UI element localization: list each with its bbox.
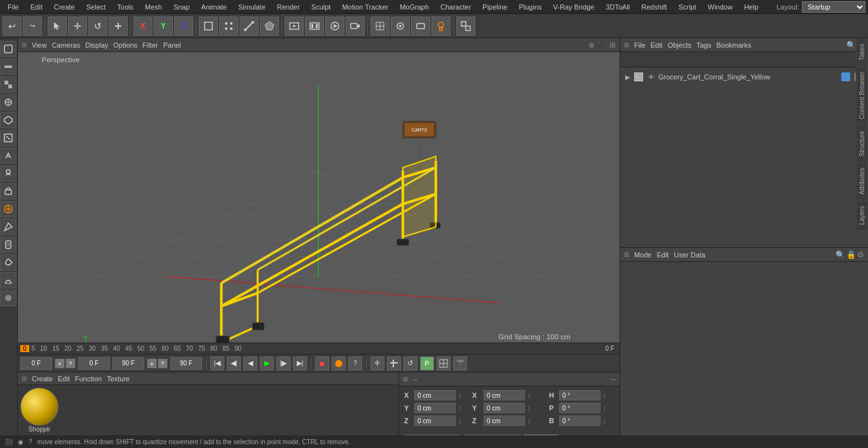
frame-end-down[interactable]: ▼ [158,358,168,369]
coord-z-pos-arrow[interactable]: ↕ [458,417,470,424]
obj-file[interactable]: File [634,41,646,49]
go-end-btn[interactable]: ▶| [293,356,307,370]
material-sphere[interactable] [20,388,58,426]
render-btn[interactable] [325,17,344,36]
light-btn[interactable] [431,17,451,36]
attr-search-icon[interactable]: 🔍 [836,250,845,259]
param-btn[interactable]: P [420,356,434,370]
left-tool-5[interactable] [0,112,17,128]
menu-plugins[interactable]: Plugins [513,2,546,12]
obj-search-icon[interactable]: 🔍 [846,41,856,50]
viewport-menu-options[interactable]: Options [113,41,137,49]
left-tool-11[interactable] [0,219,17,235]
left-tool-2[interactable] [0,58,17,75]
menu-mesh[interactable]: Mesh [140,2,167,12]
coord-z-size[interactable] [484,416,525,426]
left-tool-8[interactable] [0,165,17,182]
menu-render[interactable]: Render [272,2,305,12]
coord-y-size-arrow[interactable]: ↕ [527,405,539,412]
mat-edit[interactable]: Edit [58,375,70,383]
attr-settings-icon[interactable]: ⚙ [857,250,864,259]
timeline[interactable]: 0 5 10 15 20 25 30 35 40 45 50 55 60 65 … [18,343,620,354]
frame-step-down[interactable]: ▼ [65,358,76,369]
select-tool[interactable] [48,17,67,36]
redo-button[interactable]: ↪ [23,17,42,36]
move-tool[interactable]: ✛ [68,17,87,36]
menu-redshift[interactable]: Redshift [636,2,672,12]
layout-dropdown[interactable]: Startup [802,1,865,13]
coord-z-pos[interactable] [414,416,456,426]
render-view[interactable] [285,17,304,36]
left-tool-3[interactable] [0,76,17,93]
record-btn[interactable]: ⏺ [315,356,329,370]
menu-tools[interactable]: Tools [112,2,139,12]
menu-simulate[interactable]: Simulate [233,2,271,12]
left-tool-1[interactable] [0,41,17,57]
menu-motion-tracker[interactable]: Motion Tracker [337,2,393,12]
mat-texture[interactable]: Texture [107,375,130,383]
menu-vray[interactable]: V-Ray Bridge [548,2,600,12]
tab-attributes[interactable]: Attributes [856,162,868,200]
attr-edit[interactable]: Edit [656,251,668,259]
rotate-tool[interactable]: ↺ [88,17,107,36]
move-tool-2[interactable]: ✛ [370,356,384,370]
left-tool-14[interactable] [0,272,17,288]
attr-userdata[interactable]: User Data [674,251,705,259]
viewport-menu-display[interactable]: Display [85,41,108,49]
menu-snap[interactable]: Snap [168,2,195,12]
viewport-menu-view[interactable]: View [32,41,47,49]
obj-objects[interactable]: Objects [668,41,691,49]
coord-p-rot[interactable] [559,403,600,413]
menu-file[interactable]: File [3,2,24,12]
coord-x-size[interactable] [484,390,525,400]
left-tool-13[interactable] [0,254,17,271]
go-start-btn[interactable]: |◀ [210,356,224,370]
menu-create[interactable]: Create [49,2,80,12]
viewport-menu-cameras[interactable]: Cameras [52,41,81,49]
viewport-icon-3[interactable]: ⊞ [609,41,616,50]
viewport-icon-1[interactable]: ⊕ [588,41,595,50]
rotate-tool-2[interactable]: ↺ [403,356,417,370]
menu-edit[interactable]: Edit [25,2,48,12]
menu-select[interactable]: Select [81,2,111,12]
left-tool-15[interactable] [0,290,17,306]
scale-tool-2[interactable] [387,356,401,370]
frame-end-up[interactable]: ▲ [147,358,157,369]
camera2-btn[interactable] [411,17,430,36]
frame-step-up[interactable]: ▲ [55,358,65,369]
y-axis-btn[interactable]: Y [154,17,173,36]
attr-lock-icon[interactable]: 🔒 [846,250,856,259]
left-tool-9[interactable] [0,183,17,200]
object-mode[interactable] [199,17,218,36]
coord-y-size[interactable] [484,403,525,413]
left-tool-4[interactable] [0,94,17,111]
left-tool-10[interactable] [0,201,17,217]
menu-sculpt[interactable]: Sculpt [306,2,336,12]
z-axis-btn[interactable]: Z [174,17,193,36]
coord-y-pos-arrow[interactable]: ↕ [458,405,470,412]
left-tool-7[interactable] [0,147,17,164]
play-btn[interactable]: ▶ [260,356,274,370]
menu-pipeline[interactable]: Pipeline [477,2,512,12]
mat-function[interactable]: Function [75,375,102,383]
obj-edit[interactable]: Edit [651,41,663,49]
poly-mode[interactable] [260,17,279,36]
menu-3dtoall[interactable]: 3DToAll [600,2,635,12]
coord-x-pos[interactable] [414,390,456,400]
viewport-icon-2[interactable]: ⬛ [597,41,607,50]
edge-mode[interactable] [240,17,259,36]
coord-x-pos-arrow[interactable]: ↕ [458,392,470,399]
coord-y-pos[interactable] [414,403,456,413]
material-item[interactable]: Shoppir [20,388,58,433]
obj-tags[interactable]: Tags [696,41,711,49]
status-icon-1[interactable]: ⬛ [5,438,13,445]
coord-b-rot[interactable] [559,416,600,426]
coord-h-arrow[interactable]: ↕ [603,392,614,399]
coord-b-arrow[interactable]: ↕ [603,417,614,424]
obj-bookmarks[interactable]: Bookmarks [716,41,751,49]
render-tool-2[interactable]: 🎬 [453,356,467,370]
menu-character[interactable]: Character [435,2,476,12]
object-item-grocery-cart[interactable]: ▶ L 👁 Grocery_Cart_Corral_Single_Yellow … [623,70,865,84]
x-axis-btn[interactable]: X [133,17,153,36]
tab-structure[interactable]: Structure [856,125,868,163]
